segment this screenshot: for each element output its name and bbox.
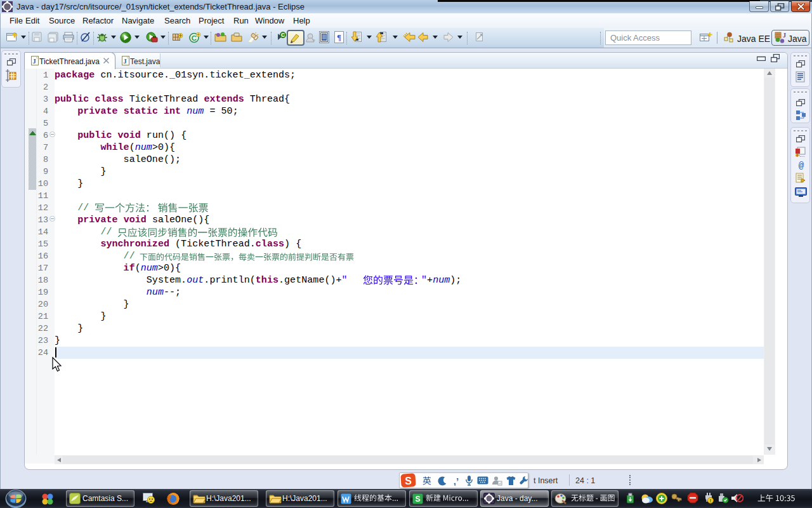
svg-text:C: C	[192, 34, 197, 42]
svg-text:S: S	[415, 495, 420, 504]
svg-text:S: S	[405, 476, 412, 486]
svg-text:J: J	[32, 57, 36, 65]
svg-text:!: !	[710, 498, 711, 503]
svg-text:@: @	[799, 161, 804, 170]
svg-text:C: C	[281, 32, 285, 38]
svg-text:¶: ¶	[337, 32, 341, 42]
svg-text:,’: ,’	[454, 476, 459, 486]
svg-text:J: J	[783, 32, 786, 39]
svg-text:J: J	[123, 57, 127, 65]
